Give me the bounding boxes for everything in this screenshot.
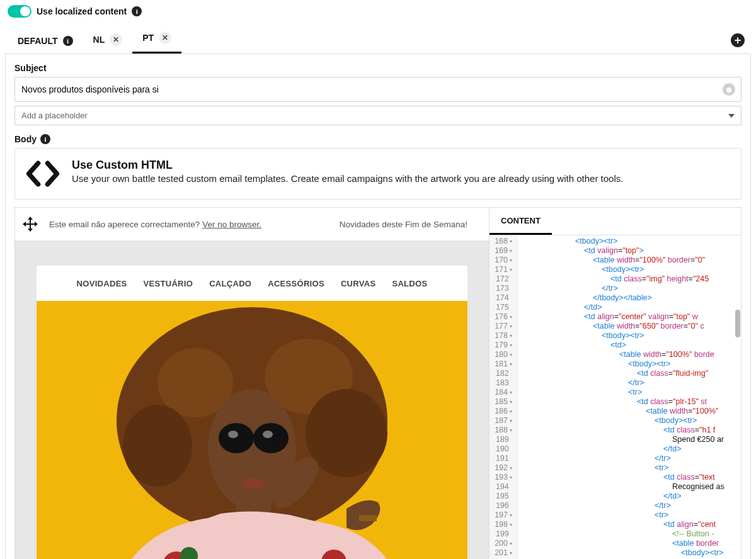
hero-image xyxy=(37,301,467,559)
add-tab-button[interactable]: + xyxy=(731,33,745,47)
custom-html-title: Use Custom HTML xyxy=(72,159,623,172)
view-in-browser-link[interactable]: Ver no browser. xyxy=(202,220,261,229)
localized-content-toggle[interactable] xyxy=(8,5,32,18)
preview-notice-text: Este email não aperece correctamente? xyxy=(49,220,202,229)
nav-item[interactable]: ACESSÓRIOS xyxy=(268,279,324,288)
move-icon[interactable] xyxy=(21,215,39,233)
svg-point-11 xyxy=(263,431,273,438)
svg-point-4 xyxy=(123,405,192,487)
subject-label-text: Subject xyxy=(14,63,47,73)
nav-item[interactable]: SALDOS xyxy=(392,279,427,288)
svg-point-10 xyxy=(228,431,238,438)
chevron-down-icon xyxy=(728,114,735,118)
nav-item[interactable]: VESTUÁRIO xyxy=(144,279,193,288)
info-icon[interactable]: i xyxy=(40,134,50,144)
code-tab-content[interactable]: CONTENT xyxy=(490,208,552,235)
tab-nl[interactable]: NL ✕ xyxy=(83,26,133,54)
preview-notice: Este email não aperece correctamente? Ve… xyxy=(49,220,261,229)
svg-point-8 xyxy=(253,423,289,453)
placeholder-select-label: Add a placeholder xyxy=(21,111,88,120)
close-icon[interactable]: ✕ xyxy=(110,33,122,46)
body-label: Body i xyxy=(14,134,742,144)
info-icon[interactable]: i xyxy=(132,6,142,16)
tab-nl-label: NL xyxy=(93,35,105,45)
tab-pt-label: PT xyxy=(142,33,154,43)
email-preview: Este email não aperece correctamente? Ve… xyxy=(15,208,489,559)
custom-html-option[interactable]: Use Custom HTML Use your own battle test… xyxy=(14,148,742,200)
svg-point-12 xyxy=(242,478,265,488)
nav-item[interactable]: NOVIDADES xyxy=(77,279,127,288)
placeholder-select[interactable]: Add a placeholder xyxy=(14,106,742,125)
preview-nav: NOVIDADES VESTUÁRIO CALÇADO ACESSÓRIOS C… xyxy=(37,266,467,301)
code-icon xyxy=(25,159,60,189)
svg-rect-18 xyxy=(359,515,377,521)
code-tab-label: CONTENT xyxy=(501,216,541,225)
body-label-text: Body xyxy=(14,134,37,144)
nav-item[interactable]: CALÇADO xyxy=(209,279,251,288)
code-editor[interactable]: 168▾169▾170▾171▾172 173 174 175 176▾177▾… xyxy=(490,235,741,559)
svg-rect-9 xyxy=(251,434,257,438)
subject-input[interactable] xyxy=(14,77,742,102)
info-icon[interactable]: i xyxy=(63,36,73,46)
tab-pt[interactable]: PT ✕ xyxy=(132,24,181,54)
subject-label: Subject xyxy=(14,63,742,73)
custom-html-desc: Use your own battle tested custom email … xyxy=(72,173,623,184)
nav-item[interactable]: CURVAS xyxy=(341,279,376,288)
close-icon[interactable]: ✕ xyxy=(159,31,171,44)
tab-default-label: DEFAULT xyxy=(18,36,58,46)
emoji-picker-icon[interactable]: ☻ xyxy=(723,83,735,96)
svg-point-7 xyxy=(219,423,254,453)
preview-headline: Novidades deste Fim de Semana! xyxy=(340,220,467,229)
tab-default[interactable]: DEFAULT i xyxy=(8,28,83,54)
localized-content-label: Use localized content xyxy=(37,6,127,16)
scrollbar-thumb[interactable] xyxy=(735,310,740,337)
